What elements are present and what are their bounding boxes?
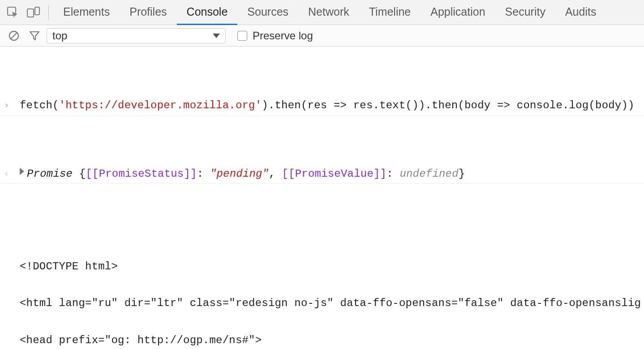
console-toolbar: top Preserve log	[0, 25, 644, 47]
filter-icon[interactable]	[24, 25, 45, 47]
expand-object-icon[interactable]	[20, 168, 24, 175]
tab-elements[interactable]: Elements	[53, 0, 120, 25]
result-comma: ,	[269, 168, 282, 180]
tab-network[interactable]: Network	[298, 0, 359, 25]
tab-application[interactable]: Application	[421, 0, 495, 25]
console-result-row[interactable]: ‹ Promise {[[PromiseStatus]]: "pending",…	[0, 165, 644, 183]
tab-security[interactable]: Security	[495, 0, 555, 25]
svg-rect-1	[27, 9, 34, 17]
input-chain: ).then(res => res.text()).then(body => c…	[262, 99, 634, 112]
result-class: Promise	[27, 168, 79, 180]
log-line: <html lang="ru" dir="ltr" class="redesig…	[20, 297, 640, 310]
devtools-root: Elements Profiles Console Sources Networ…	[0, 0, 644, 349]
execution-context-selector[interactable]: top	[47, 28, 226, 43]
result-sep1: :	[197, 168, 210, 180]
execution-context-label: top	[52, 30, 67, 42]
inspect-element-icon[interactable]	[3, 0, 23, 25]
log-line: <head prefix="og: http://ogp.me/ns#">	[20, 334, 640, 347]
svg-rect-2	[35, 7, 39, 15]
devtools-tabs: Elements Profiles Console Sources Networ…	[53, 0, 606, 25]
topbar-divider	[48, 5, 49, 20]
input-fn: fetch(	[20, 99, 59, 112]
tab-timeline[interactable]: Timeline	[359, 0, 421, 25]
output-prompt-icon: ‹	[4, 168, 20, 179]
device-toolbar-icon[interactable]	[23, 0, 44, 25]
console-result-text: Promise {[[PromiseStatus]]: "pending", […	[20, 168, 465, 180]
tab-sources[interactable]: Sources	[237, 0, 298, 25]
console-input-row[interactable]: › fetch('https://developer.mozilla.org')…	[0, 96, 644, 116]
console-input-text: fetch('https://developer.mozilla.org').t…	[20, 99, 635, 112]
chevron-down-icon	[213, 34, 220, 38]
preserve-log-label: Preserve log	[253, 30, 313, 42]
result-sep2: :	[386, 168, 399, 180]
tab-profiles[interactable]: Profiles	[120, 0, 176, 25]
input-prompt-icon: ›	[4, 99, 20, 111]
svg-line-4	[11, 33, 17, 39]
preserve-log-toggle[interactable]: Preserve log	[237, 30, 313, 42]
console-log-output: <!DOCTYPE html> <html lang="ru" dir="ltr…	[0, 233, 644, 349]
console-body: › fetch('https://developer.mozilla.org')…	[0, 47, 644, 349]
result-open: {	[79, 168, 86, 180]
result-status-val: "pending"	[210, 168, 269, 180]
preserve-log-checkbox[interactable]	[237, 31, 247, 41]
input-url: 'https://developer.mozilla.org'	[59, 99, 262, 112]
result-value-val: undefined	[399, 168, 458, 180]
log-line: <!DOCTYPE html>	[20, 260, 640, 273]
tab-console[interactable]: Console	[177, 0, 238, 25]
result-close: }	[459, 168, 465, 180]
devtools-topbar: Elements Profiles Console Sources Networ…	[0, 0, 644, 25]
tab-audits[interactable]: Audits	[555, 0, 606, 25]
result-status-key: [[PromiseStatus]]	[86, 168, 197, 180]
result-value-key: [[PromiseValue]]	[282, 168, 387, 180]
clear-console-icon[interactable]	[4, 25, 24, 47]
